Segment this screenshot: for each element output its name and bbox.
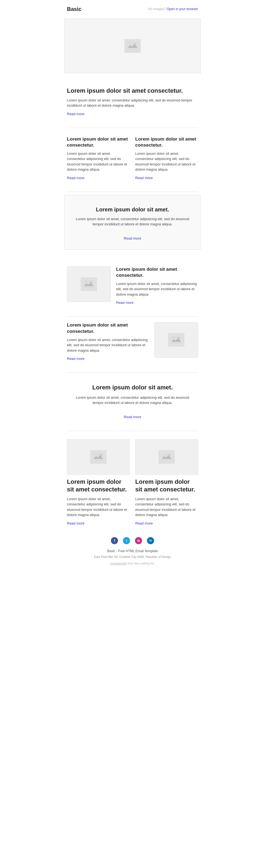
- img-right-title: Lorem ipsum dolor sit amet consectetur.: [67, 322, 149, 334]
- open-in-browser-link[interactable]: Open in your browser: [167, 7, 198, 11]
- two-col-img-right-title: Lorem ipsum dolor sit amet consectetur.: [135, 478, 198, 494]
- image-icon-col-right: [162, 453, 172, 461]
- image-icon: [128, 42, 137, 50]
- svg-rect-6: [171, 336, 181, 344]
- unsubscribe-link[interactable]: Unsubscribe: [110, 562, 127, 565]
- two-col-left-title: Lorem ipsum dolor sit amet consectetur.: [67, 136, 130, 148]
- centered-block2-text: Lorem ipsum dolor sit amet, consectetur …: [75, 395, 190, 406]
- img-left-text: Lorem ipsum dolor sit amet, consectetur …: [116, 281, 198, 297]
- img-left-placeholder: [67, 266, 111, 302]
- email-header: Basic No Images? Open in your browser: [64, 0, 201, 16]
- img-right-read-more[interactable]: Read more: [67, 356, 85, 361]
- linkedin-icon[interactable]: in: [147, 537, 154, 544]
- img-left-title: Lorem ipsum dolor sit amet consectetur.: [116, 266, 198, 278]
- svg-rect-3: [84, 280, 94, 288]
- two-col-img-right-placeholder: [135, 439, 198, 475]
- svg-rect-9: [93, 453, 103, 461]
- image-icon-col-left: [93, 453, 103, 461]
- two-col-right-text: Lorem ipsum dolor sit amet, consectetur …: [135, 151, 198, 172]
- two-col-img-left-placeholder: [67, 439, 130, 475]
- centered-block1-read-more[interactable]: Read more: [124, 236, 141, 240]
- two-col-img-right: Lorem ipsum dolor sit amet consectetur. …: [135, 439, 198, 526]
- img-left-section: Lorem ipsum dolor sit amet consectetur. …: [64, 264, 201, 314]
- unsubscribe-suffix: from this mailing list.: [127, 562, 155, 565]
- instagram-icon[interactable]: ig: [135, 537, 142, 544]
- centered-block2-read-more[interactable]: Read more: [124, 415, 141, 419]
- two-col-img-right-icon: [159, 450, 175, 464]
- centered-block1-title: Lorem ipsum dolor sit amet.: [75, 206, 190, 213]
- centered-block-2: Lorem ipsum dolor sit amet. Lorem ipsum …: [64, 375, 201, 428]
- svg-point-8: [177, 337, 180, 339]
- centered-block2-title: Lorem ipsum dolor sit amet.: [75, 384, 190, 392]
- svg-point-14: [168, 454, 170, 456]
- two-col-img-left: Lorem ipsum dolor sit amet consectetur. …: [67, 439, 130, 526]
- two-col-section: Lorem ipsum dolor sit amet consectetur. …: [64, 131, 201, 189]
- two-col-right-read-more[interactable]: Read more: [135, 176, 153, 180]
- two-col-left-text: Lorem ipsum dolor sit amet, consectetur …: [67, 151, 130, 172]
- hero-image-block: [64, 19, 201, 73]
- image-icon-left: [84, 280, 94, 288]
- two-col-img-left-icon: [90, 450, 106, 464]
- img-right-text-side: Lorem ipsum dolor sit amet consectetur. …: [67, 322, 149, 362]
- section1-title: Lorem ipsum dolor sit amet consectetur.: [67, 87, 198, 95]
- two-col-img-section: Lorem ipsum dolor sit amet consectetur. …: [64, 434, 201, 529]
- img-left-read-more[interactable]: Read more: [116, 301, 134, 305]
- img-left-text-side: Lorem ipsum dolor sit amet consectetur. …: [116, 266, 198, 306]
- header-right: No Images? Open in your browser: [148, 6, 198, 11]
- svg-rect-12: [162, 453, 172, 461]
- two-col-right: Lorem ipsum dolor sit amet consectetur. …: [135, 136, 198, 181]
- footer: f t ig in Basic - Free HTML Email Templa…: [64, 529, 201, 568]
- divider-1: [67, 128, 198, 128]
- divider-4: [67, 372, 198, 373]
- centered-block-1: Lorem ipsum dolor sit amet. Lorem ipsum …: [64, 195, 201, 250]
- twitter-icon[interactable]: t: [123, 537, 130, 544]
- image-icon-right: [171, 336, 181, 344]
- two-col-img-right-text: Lorem ipsum dolor sit amet, consectetur …: [135, 496, 198, 518]
- img-right-section: Lorem ipsum dolor sit amet consectetur. …: [64, 319, 201, 370]
- two-col-img-left-read-more[interactable]: Read more: [67, 521, 85, 525]
- centered-block1-text: Lorem ipsum dolor sit amet, consectetur …: [75, 216, 190, 227]
- img-right-text: Lorem ipsum dolor sit amet, consectetur …: [67, 337, 149, 353]
- footer-unsubscribe: Unsubscribe from this mailing list.: [67, 561, 198, 566]
- img-right-icon: [168, 333, 185, 347]
- no-images-text: No Images?: [148, 7, 166, 11]
- svg-point-5: [90, 281, 92, 283]
- divider-3: [67, 316, 198, 317]
- two-col-left-read-more[interactable]: Read more: [67, 176, 85, 180]
- section1-text: Lorem ipsum dolor sit amet, consectetur …: [67, 98, 198, 108]
- two-col-img-left-title: Lorem ipsum dolor sit amet consectetur.: [67, 478, 130, 494]
- section1-read-more[interactable]: Read more: [67, 112, 85, 116]
- two-col-left: Lorem ipsum dolor sit amet consectetur. …: [67, 136, 130, 181]
- svg-point-2: [134, 43, 136, 45]
- divider-5: [67, 431, 198, 431]
- footer-address: East Pixel Bld. 99, Creative City 5000, …: [67, 555, 198, 559]
- social-icons: f t ig in: [67, 537, 198, 544]
- divider-2: [67, 192, 198, 192]
- section-fullwidth: Lorem ipsum dolor sit amet consectetur. …: [64, 82, 201, 125]
- svg-rect-0: [128, 42, 137, 50]
- two-col-img-right-read-more[interactable]: Read more: [135, 521, 153, 525]
- two-col-img-left-text: Lorem ipsum dolor sit amet, consectetur …: [67, 496, 130, 518]
- brand-title: Basic: [67, 5, 81, 13]
- footer-name: Basic - Free HTML Email Template: [67, 549, 198, 554]
- svg-point-11: [100, 454, 102, 456]
- img-left-icon: [80, 277, 97, 291]
- hero-image-placeholder: [124, 39, 141, 53]
- img-right-placeholder: [154, 322, 198, 358]
- facebook-icon[interactable]: f: [111, 537, 118, 544]
- two-col-right-title: Lorem ipsum dolor sit amet consectetur.: [135, 136, 198, 148]
